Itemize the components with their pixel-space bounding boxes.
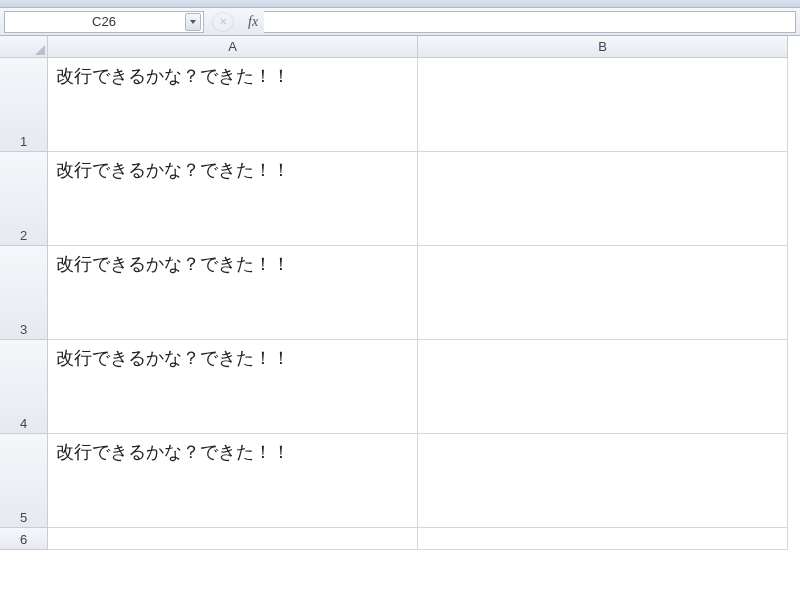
cell-b6[interactable] [418, 528, 788, 550]
grid-body: 1 2 3 4 5 6 改行できるかな？できた！！ [0, 58, 800, 550]
name-box[interactable]: C26 [4, 11, 204, 33]
cell-a3[interactable]: 改行できるかな？できた！！ [48, 246, 418, 340]
formula-bar: C26 ✕ fx [0, 8, 800, 36]
table-row [48, 528, 788, 550]
cell-a5[interactable]: 改行できるかな？できた！！ [48, 434, 418, 528]
cancel-formula-button[interactable]: ✕ [212, 12, 234, 32]
name-box-dropdown[interactable] [185, 13, 201, 31]
cell-a1[interactable]: 改行できるかな？できた！！ [48, 58, 418, 152]
cells-area: 改行できるかな？できた！！ 改行できるかな？できた！！ 改行できるかな？できた！… [48, 58, 788, 550]
cell-b2[interactable] [418, 152, 788, 246]
cell-value: 改行できるかな？できた！！ [56, 252, 290, 276]
column-label: A [228, 39, 237, 54]
table-row: 改行できるかな？できた！！ [48, 152, 788, 246]
row-header-6[interactable]: 6 [0, 528, 48, 550]
cell-a4[interactable]: 改行できるかな？できた！！ [48, 340, 418, 434]
cell-value: 改行できるかな？できた！！ [56, 440, 290, 464]
cell-b1[interactable] [418, 58, 788, 152]
cell-b4[interactable] [418, 340, 788, 434]
row-number: 6 [20, 532, 27, 547]
cell-a2[interactable]: 改行できるかな？できた！！ [48, 152, 418, 246]
row-number: 2 [20, 228, 27, 243]
select-all-triangle-icon [35, 45, 45, 55]
row-number: 3 [20, 322, 27, 337]
row-header-2[interactable]: 2 [0, 152, 48, 246]
table-row: 改行できるかな？できた！！ [48, 434, 788, 528]
table-row: 改行できるかな？できた！！ [48, 246, 788, 340]
cell-value: 改行できるかな？できた！！ [56, 64, 290, 88]
spreadsheet-grid: A B 1 2 3 4 5 6 [0, 36, 800, 550]
select-all-corner[interactable] [0, 36, 48, 58]
cell-b5[interactable] [418, 434, 788, 528]
formula-input[interactable] [264, 11, 796, 33]
row-header-3[interactable]: 3 [0, 246, 48, 340]
table-row: 改行できるかな？できた！！ [48, 340, 788, 434]
name-box-value: C26 [92, 14, 116, 29]
fx-section: ✕ fx [212, 12, 264, 32]
column-label: B [598, 39, 607, 54]
ribbon-edge [0, 0, 800, 8]
cell-value: 改行できるかな？できた！！ [56, 346, 290, 370]
row-headers: 1 2 3 4 5 6 [0, 58, 48, 550]
row-number: 4 [20, 416, 27, 431]
cell-value: 改行できるかな？できた！！ [56, 158, 290, 182]
column-headers: A B [0, 36, 800, 58]
cell-b3[interactable] [418, 246, 788, 340]
fx-icon[interactable]: fx [248, 14, 258, 30]
cell-a6[interactable] [48, 528, 418, 550]
column-header-a[interactable]: A [48, 36, 418, 58]
row-header-4[interactable]: 4 [0, 340, 48, 434]
table-row: 改行できるかな？できた！！ [48, 58, 788, 152]
row-number: 5 [20, 510, 27, 525]
row-header-1[interactable]: 1 [0, 58, 48, 152]
column-header-b[interactable]: B [418, 36, 788, 58]
row-number: 1 [20, 134, 27, 149]
row-header-5[interactable]: 5 [0, 434, 48, 528]
